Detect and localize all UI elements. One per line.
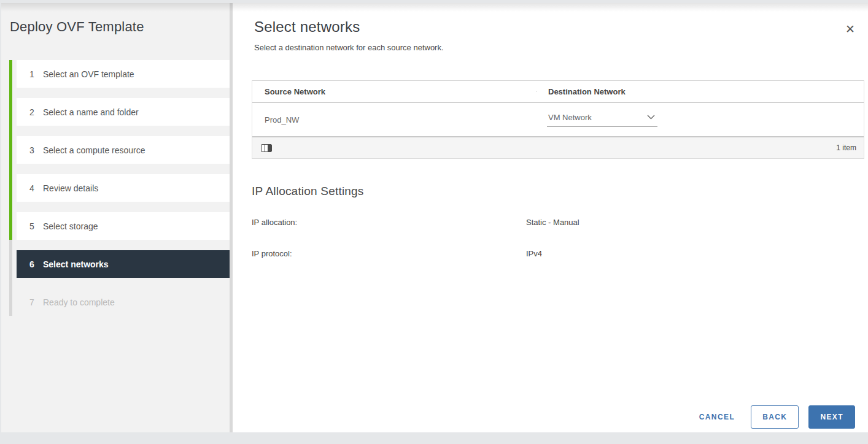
step-label: Select a compute resource bbox=[43, 145, 145, 155]
step-number: 2 bbox=[28, 107, 36, 117]
cancel-button[interactable]: CANCEL bbox=[696, 406, 738, 428]
next-button[interactable]: NEXT bbox=[808, 405, 855, 429]
sidebar-step-3[interactable]: 3 Select a compute resource bbox=[17, 136, 230, 164]
selected-network-value: VM Network bbox=[548, 113, 592, 122]
step-number: 7 bbox=[28, 297, 36, 307]
ip-protocol-label: IP protocol: bbox=[252, 249, 526, 258]
step-number: 6 bbox=[28, 259, 36, 269]
table-footer: 1 item bbox=[252, 136, 864, 159]
ip-protocol-row: IP protocol: IPv4 bbox=[252, 249, 864, 258]
sidebar-step-6-active[interactable]: 6 Select networks bbox=[17, 250, 230, 278]
step-number: 3 bbox=[28, 145, 36, 155]
table-header: Source Network Destination Network bbox=[252, 80, 864, 103]
sidebar-step-2[interactable]: 2 Select a name and folder bbox=[17, 98, 230, 126]
page-title: Select networks bbox=[254, 18, 864, 36]
destination-network-select[interactable]: VM Network bbox=[547, 113, 657, 127]
step-number: 5 bbox=[28, 221, 36, 231]
deploy-ovf-dialog: Deploy OVF Template 1 Select an OVF temp… bbox=[1, 3, 868, 432]
sidebar-step-5[interactable]: 5 Select storage bbox=[17, 212, 230, 240]
ip-allocation-label: IP allocation: bbox=[252, 218, 526, 227]
ip-allocation-heading: IP Allocation Settings bbox=[252, 185, 864, 198]
sidebar-step-1[interactable]: 1 Select an OVF template bbox=[17, 60, 230, 88]
ip-allocation-row: IP allocation: Static - Manual bbox=[252, 218, 864, 227]
step-label: Select an OVF template bbox=[43, 69, 134, 79]
item-count: 1 item bbox=[836, 144, 856, 152]
step-label: Select networks bbox=[43, 259, 109, 269]
step-label: Ready to complete bbox=[43, 297, 115, 307]
wizard-content: ✕ Select networks Select a destination n… bbox=[233, 3, 868, 432]
column-header-source-network: Source Network bbox=[252, 87, 536, 96]
step-number: 1 bbox=[28, 69, 36, 79]
network-mapping-table: Source Network Destination Network Prod_… bbox=[252, 80, 864, 159]
wizard-steps: 1 Select an OVF template 2 Select a name… bbox=[1, 60, 230, 316]
wizard-actions: CANCEL BACK NEXT bbox=[696, 405, 855, 429]
close-icon[interactable]: ✕ bbox=[843, 23, 857, 36]
destination-network-cell: VM Network bbox=[536, 113, 864, 127]
step-label: Select storage bbox=[43, 221, 98, 231]
source-network-cell: Prod_NW bbox=[252, 115, 536, 124]
wizard-sidebar: Deploy OVF Template 1 Select an OVF temp… bbox=[1, 3, 230, 432]
sidebar-step-4[interactable]: 4 Review details bbox=[17, 174, 230, 202]
ip-protocol-value: IPv4 bbox=[526, 249, 542, 258]
table-row: Prod_NW VM Network bbox=[252, 103, 864, 136]
step-label: Review details bbox=[43, 183, 98, 193]
chevron-down-icon bbox=[647, 115, 655, 120]
column-toggle-icon[interactable] bbox=[261, 144, 272, 152]
page-subtitle: Select a destination network for each so… bbox=[254, 43, 864, 52]
ip-allocation-value: Static - Manual bbox=[526, 218, 579, 227]
column-header-destination-network: Destination Network bbox=[536, 87, 864, 96]
progress-bar-green bbox=[9, 60, 12, 240]
step-label: Select a name and folder bbox=[43, 107, 139, 117]
dialog-title: Deploy OVF Template bbox=[1, 3, 230, 35]
step-number: 4 bbox=[28, 183, 36, 193]
sidebar-step-7-disabled: 7 Ready to complete bbox=[17, 288, 230, 316]
back-button[interactable]: BACK bbox=[751, 405, 799, 429]
